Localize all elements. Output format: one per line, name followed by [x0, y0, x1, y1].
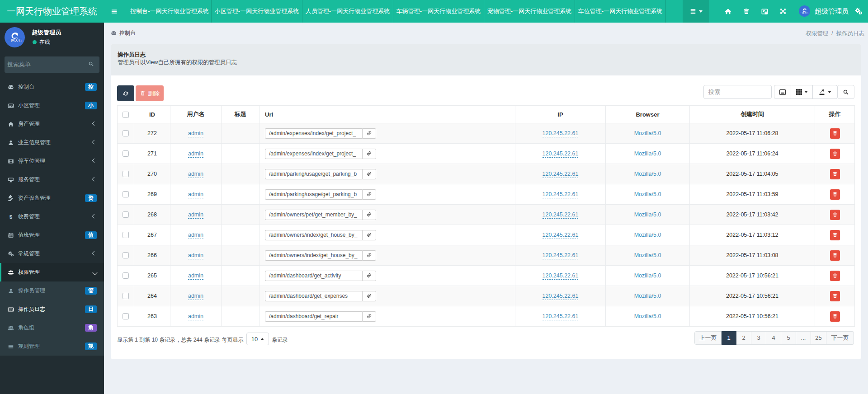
svg-text:一网天行: 一网天行 [7, 38, 23, 42]
svg-text:$: $ [9, 214, 13, 219]
